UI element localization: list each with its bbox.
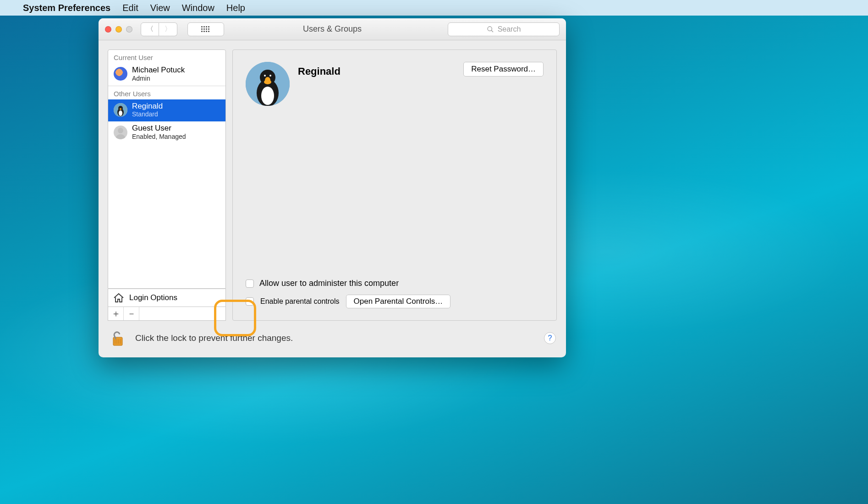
add-user-button[interactable]: ＋ <box>108 307 124 320</box>
user-name: Guest User <box>132 124 186 133</box>
other-user-row-guest[interactable]: Guest User Enabled, Managed <box>108 121 225 144</box>
admin-checkbox-label: Allow user to administer this computer <box>259 279 399 288</box>
avatar <box>114 126 127 139</box>
other-user-row-reginald[interactable]: Reginald Standard <box>108 99 225 122</box>
question-icon: ? <box>548 334 552 342</box>
parental-controls-label: Enable parental controls <box>260 297 340 306</box>
svg-rect-16 <box>113 337 122 345</box>
user-role: Admin <box>132 75 185 82</box>
user-role: Standard <box>132 110 163 118</box>
svg-line-1 <box>491 30 493 32</box>
menu-help[interactable]: Help <box>226 3 245 13</box>
user-name: Michael Potuck <box>132 66 185 75</box>
zoom-window-button[interactable] <box>126 26 132 33</box>
nav-buttons: 〈 〉 <box>141 22 177 36</box>
minimize-window-button[interactable] <box>115 26 122 33</box>
search-placeholder: Search <box>498 25 521 33</box>
menu-view[interactable]: View <box>150 3 170 13</box>
svg-point-4 <box>119 110 122 116</box>
svg-point-14 <box>264 75 266 77</box>
current-user-section-label: Current User <box>108 50 225 63</box>
user-role: Enabled, Managed <box>132 133 186 140</box>
reset-password-button[interactable]: Reset Password… <box>463 62 544 77</box>
help-button[interactable]: ? <box>544 332 556 344</box>
menu-window[interactable]: Window <box>182 3 214 13</box>
user-detail-panel: Reginald Reset Password… Allow user to a… <box>232 49 557 321</box>
svg-point-15 <box>269 75 271 77</box>
lock-button[interactable] <box>109 329 127 347</box>
search-input[interactable]: Search <box>448 22 560 36</box>
login-options-row[interactable]: Login Options <box>108 289 226 307</box>
menubar: System Preferences Edit View Window Help <box>0 0 868 16</box>
window-footer: Click the lock to prevent further change… <box>99 321 566 357</box>
user-name: Reginald <box>132 102 163 111</box>
penguin-icon <box>114 103 127 117</box>
forward-button[interactable]: 〉 <box>159 22 177 36</box>
svg-point-6 <box>120 108 121 110</box>
remove-user-button[interactable]: － <box>124 307 139 320</box>
grid-icon <box>201 26 210 33</box>
menu-edit[interactable]: Edit <box>122 3 138 13</box>
back-button[interactable]: 〈 <box>141 22 159 36</box>
titlebar: 〈 〉 Users & Groups Search <box>99 18 566 40</box>
parental-controls-checkbox[interactable] <box>246 297 254 306</box>
app-menu-name[interactable]: System Preferences <box>23 3 110 13</box>
avatar <box>114 67 127 81</box>
unlocked-lock-icon <box>109 329 127 347</box>
open-parental-controls-button[interactable]: Open Parental Controls… <box>346 295 451 308</box>
preferences-window: 〈 〉 Users & Groups Search Current User <box>99 18 566 357</box>
svg-point-10 <box>261 87 274 105</box>
lock-hint-text: Click the lock to prevent further change… <box>135 333 293 343</box>
silhouette-icon <box>114 126 127 139</box>
svg-point-13 <box>264 80 271 84</box>
minus-icon: － <box>127 307 136 320</box>
other-users-section-label: Other Users <box>108 86 225 99</box>
chevron-left-icon: 〈 <box>147 25 154 33</box>
login-options-label: Login Options <box>129 293 177 302</box>
close-window-button[interactable] <box>105 26 111 33</box>
user-sidebar: Current User Michael Potuck Admin Other … <box>108 49 226 321</box>
show-all-button[interactable] <box>187 22 224 36</box>
current-user-row[interactable]: Michael Potuck Admin <box>108 63 225 86</box>
selected-user-name: Reginald <box>298 66 341 77</box>
admin-checkbox[interactable] <box>246 279 254 288</box>
penguin-icon <box>246 62 290 106</box>
svg-point-7 <box>118 128 123 133</box>
svg-point-0 <box>488 27 492 31</box>
user-list: Current User Michael Potuck Admin Other … <box>108 49 226 289</box>
chevron-right-icon: 〉 <box>165 25 171 33</box>
search-icon <box>487 26 494 33</box>
home-icon <box>113 293 125 303</box>
add-remove-bar: ＋ － <box>108 307 226 321</box>
traffic-lights <box>105 26 132 33</box>
plus-icon: ＋ <box>111 307 121 320</box>
selected-user-avatar[interactable] <box>246 62 290 106</box>
avatar <box>114 103 127 117</box>
